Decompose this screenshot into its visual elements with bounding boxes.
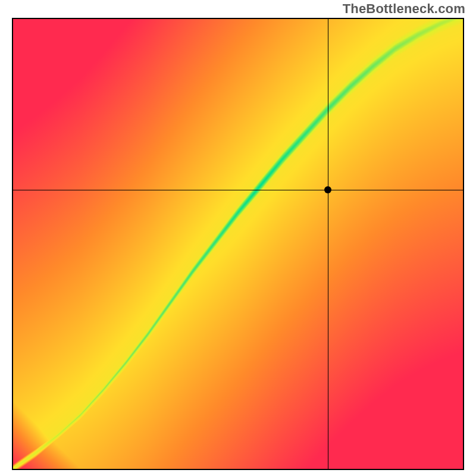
crosshair-vertical	[328, 19, 328, 469]
operating-point-marker	[324, 186, 331, 193]
watermark-text: TheBottleneck.com	[343, 1, 465, 17]
heatmap-plot	[12, 18, 464, 470]
heatmap-canvas	[13, 19, 463, 469]
crosshair-horizontal	[13, 190, 463, 190]
